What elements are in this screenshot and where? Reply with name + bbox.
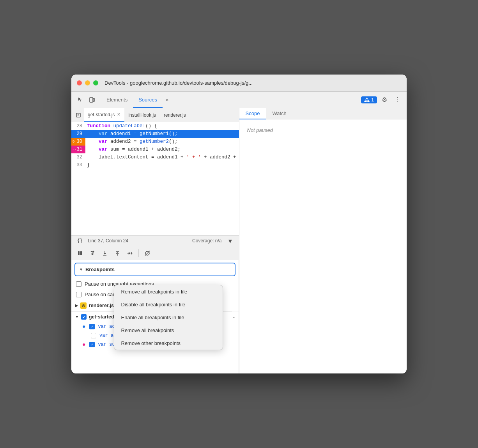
breakpoints-header[interactable]: ▼ Breakpoints [74,263,235,276]
settings-button[interactable]: ⚙ [379,94,390,106]
renderer-filename: renderer.js [89,303,114,308]
tab-elements[interactable]: Elements [101,92,133,108]
debug-toolbar [71,246,239,260]
pause-uncaught-checkbox[interactable] [76,281,81,287]
step-button[interactable] [124,248,135,259]
tab-bar: Elements Sources » [101,92,361,108]
bp1-checkbox[interactable]: ✓ [89,324,95,329]
ctx-disable-all-in-file[interactable]: Disable all breakpoints in file [114,298,223,311]
maximize-button[interactable] [93,80,98,85]
svg-rect-5 [80,251,82,255]
ctx-remove-other[interactable]: Remove other breakpoints [114,337,223,350]
bp2-checkbox[interactable] [91,333,96,338]
step-into-button[interactable] [99,248,110,259]
svg-rect-1 [93,98,94,101]
scope-panel: Scope Watch Not paused [239,108,407,373]
status-left: {} Line 37, Column 24 [74,235,128,246]
not-paused-label: Not paused [247,127,273,133]
file-panel-toggle[interactable] [73,110,84,121]
svg-rect-0 [90,98,93,102]
cursor-position: Line 37, Column 24 [88,238,128,244]
breakpoints-panel: ▼ Breakpoints Pause on uncaught exceptio… [71,260,239,373]
code-line-32: 32 label.textContent = addend1 + ' + ' +… [71,153,239,161]
breakpoints-label: Breakpoints [85,267,115,272]
file-tabs: get-started.js ✕ installHook.js renderer… [71,108,239,122]
pause-caught-checkbox[interactable] [76,292,81,297]
device-icon[interactable] [86,94,98,106]
collapse-icon[interactable]: ⌄ [232,314,239,319]
code-line-30: ? 30 var addend2 = getNumber2(); [71,138,239,146]
inspect-icon[interactable] [74,94,86,106]
code-line-31: ·· 31 var sum = addend1 + addend2; [71,146,239,153]
coverage-button[interactable]: ▼ [225,235,236,246]
context-menu: Remove all breakpoints in file Disable a… [114,285,223,350]
pause-button[interactable] [74,248,85,259]
scope-content: Not paused [239,119,407,141]
close-button[interactable] [77,80,82,85]
tab-watch[interactable]: Watch [266,108,292,119]
svg-rect-4 [78,251,80,255]
devtools-toolbar: Elements Sources » 1 ⚙ ⋮ [71,92,407,108]
titlebar: DevTools - googlechrome.github.io/devtoo… [71,75,407,92]
traffic-lights [77,80,98,85]
bp-marker-blue: ● [82,324,85,330]
notification-badge[interactable]: 1 [361,96,377,103]
scope-tabs: Scope Watch [239,108,407,119]
format-button[interactable]: {} [74,235,85,246]
deactivate-breakpoints-button[interactable] [142,248,153,259]
file-tab-renderer[interactable]: renderer.js [160,108,190,122]
tab-sources[interactable]: Sources [133,92,163,108]
minimize-button[interactable] [85,80,90,85]
code-panel: get-started.js ✕ installHook.js renderer… [71,108,239,373]
coverage-label: Coverage: n/a [192,238,221,244]
code-area: 28 function updateLabel() { 29 var adden… [71,122,239,235]
bp3-checkbox[interactable]: ✓ [89,342,95,347]
file-tab-get-started[interactable]: get-started.js ✕ [84,108,124,122]
file-tab-install-hook[interactable]: installHook.js [124,108,160,122]
devtools-window: DevTools - googlechrome.github.io/devtoo… [71,75,407,373]
step-out-button[interactable] [112,248,123,259]
code-line-29: 29 var addend1 = getNumber1(); [71,130,239,138]
ctx-enable-all-in-file[interactable]: Enable all breakpoints in file [114,311,223,324]
status-right: Coverage: n/a ▼ [192,235,235,246]
step-over-button[interactable] [87,248,98,259]
code-line-33: 33 } [71,161,239,169]
ctx-remove-all-in-file[interactable]: Remove all breakpoints in file [114,285,223,298]
code-line-28: 28 function updateLabel() { [71,122,239,130]
main-content: get-started.js ✕ installHook.js renderer… [71,108,407,373]
get-started-expand-icon: ▼ [75,315,79,319]
ctx-remove-all[interactable]: Remove all breakpoints [114,324,223,337]
window-title: DevTools - googlechrome.github.io/devtoo… [104,80,253,86]
more-button[interactable]: ⋮ [392,94,404,106]
bp-marker-pink: ● [82,341,85,348]
tab-more[interactable]: » [163,92,172,108]
triangle-icon: ▼ [79,267,83,272]
renderer-expand-icon: ▶ [75,304,78,308]
status-bar: {} Line 37, Column 24 Coverage: n/a ▼ [71,235,239,246]
toolbar-separator [138,249,139,257]
toolbar-right: 1 ⚙ ⋮ [361,94,404,106]
file-icon: ◎ [80,302,87,309]
notification-count: 1 [371,97,374,103]
get-started-checkbox[interactable]: ✓ [81,314,87,320]
tab-scope[interactable]: Scope [239,108,266,119]
close-file-tab[interactable]: ✕ [117,112,120,117]
